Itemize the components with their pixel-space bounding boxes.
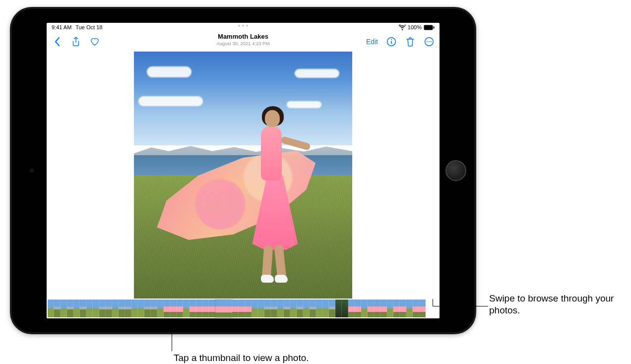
thumbnail[interactable] (67, 300, 73, 317)
home-button[interactable] (445, 160, 466, 181)
thumbnail[interactable] (374, 300, 380, 317)
status-date: Tue Oct 18 (75, 24, 102, 30)
thumbnail[interactable] (322, 300, 329, 317)
thumbnail[interactable] (196, 300, 202, 317)
front-camera (30, 169, 34, 173)
thumbnail[interactable] (189, 300, 196, 317)
svg-rect-1 (434, 26, 435, 29)
thumbnail-selected[interactable] (215, 300, 232, 317)
thumbnail[interactable] (329, 300, 335, 317)
thumbnail[interactable] (125, 300, 131, 317)
thumbnail[interactable] (316, 300, 322, 317)
thumbnail[interactable] (245, 300, 252, 317)
thumbnail[interactable] (80, 300, 86, 317)
thumbnail[interactable] (239, 300, 245, 317)
photo-title: Mammoth Lakes (216, 33, 269, 40)
thumbnail[interactable] (297, 300, 303, 317)
thumbnail-strip[interactable] (47, 299, 440, 318)
thumbnail[interactable] (310, 300, 316, 317)
svg-point-7 (429, 41, 430, 42)
edit-button[interactable]: Edit (366, 38, 378, 46)
thumbnail[interactable] (303, 300, 310, 317)
thumbnail[interactable] (368, 300, 374, 317)
delete-button[interactable] (405, 36, 416, 47)
thumbnail[interactable] (400, 300, 406, 317)
status-time: 9:41 AM (52, 24, 71, 30)
svg-point-8 (431, 41, 432, 42)
thumbnail[interactable] (361, 300, 368, 317)
thumbnail[interactable] (406, 300, 413, 317)
thumbnail[interactable] (202, 300, 209, 317)
ipad-device-frame: 9:41 AM Tue Oct 18 100% (10, 7, 476, 334)
svg-rect-0 (424, 25, 433, 30)
thumbnail[interactable] (387, 300, 393, 317)
thumbnail[interactable] (54, 300, 61, 317)
thumbnail[interactable] (93, 300, 99, 317)
thumbnail[interactable] (73, 300, 80, 317)
thumbnail[interactable] (112, 300, 119, 317)
svg-rect-4 (391, 41, 392, 44)
thumbnail[interactable] (48, 300, 54, 317)
thumbnail[interactable] (106, 300, 112, 317)
thumbnail[interactable] (277, 300, 284, 317)
callout-tap: Tap a thumbnail to view a photo. (174, 352, 309, 364)
thumbnail[interactable] (99, 300, 106, 317)
callout-leader (172, 320, 172, 351)
svg-point-6 (427, 41, 428, 42)
more-button[interactable] (424, 36, 435, 47)
thumbnail[interactable] (177, 300, 183, 317)
thumbnail[interactable] (252, 300, 258, 317)
info-button[interactable] (386, 36, 397, 47)
svg-point-3 (391, 39, 392, 40)
thumbnail[interactable] (61, 300, 67, 317)
thumbnail[interactable] (138, 300, 144, 317)
thumbnail[interactable] (170, 300, 177, 317)
callout-leader (433, 299, 433, 306)
thumbnail[interactable] (413, 300, 419, 317)
nav-bar: Mammoth Lakes August 30, 2021 4:23 PM Ed… (47, 32, 440, 52)
thumbnail[interactable] (264, 300, 271, 317)
thumbnail[interactable] (144, 300, 151, 317)
thumbnail[interactable] (151, 300, 157, 317)
favorite-button[interactable] (89, 36, 100, 47)
photo-subtitle: August 30, 2021 4:23 PM (216, 41, 269, 46)
thumbnail[interactable] (348, 300, 355, 317)
battery-icon (424, 25, 435, 30)
thumbnail[interactable] (86, 300, 93, 317)
thumbnail[interactable] (290, 300, 297, 317)
wifi-icon (399, 25, 406, 30)
battery-percent: 100% (408, 24, 422, 30)
callout-swipe: Swipe to browse through your photos. (489, 293, 628, 316)
thumbnail[interactable] (380, 300, 387, 317)
thumbnail[interactable] (419, 300, 426, 317)
screen: 9:41 AM Tue Oct 18 100% (47, 23, 440, 318)
main-photo[interactable] (134, 52, 352, 299)
thumbnail[interactable] (335, 300, 342, 317)
thumbnail[interactable] (232, 300, 239, 317)
share-button[interactable] (70, 36, 81, 47)
thumbnail[interactable] (342, 300, 348, 317)
thumbnail[interactable] (355, 300, 361, 317)
thumbnail[interactable] (164, 300, 170, 317)
callout-leader (433, 306, 488, 306)
status-bar: 9:41 AM Tue Oct 18 100% (47, 23, 440, 32)
thumbnail[interactable] (393, 300, 400, 317)
thumbnail[interactable] (271, 300, 277, 317)
photo-viewer[interactable] (47, 52, 440, 299)
thumbnail[interactable] (131, 300, 138, 317)
thumbnail[interactable] (183, 300, 189, 317)
thumbnail[interactable] (119, 300, 125, 317)
back-button[interactable] (52, 36, 63, 47)
thumbnail[interactable] (258, 300, 264, 317)
thumbnail[interactable] (284, 300, 290, 317)
multitask-dots[interactable] (238, 25, 248, 27)
thumbnail[interactable] (157, 300, 164, 317)
thumbnail[interactable] (209, 300, 215, 317)
